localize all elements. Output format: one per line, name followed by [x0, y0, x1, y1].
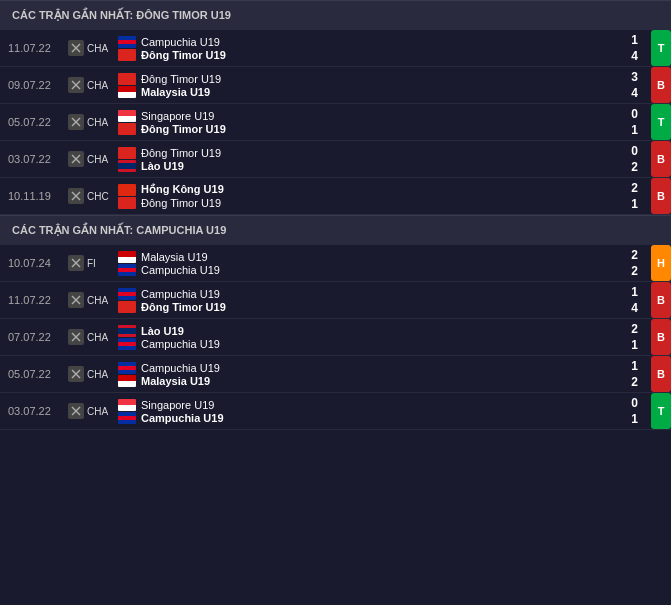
- team-name: Đông Timor U19: [141, 301, 226, 313]
- match-row[interactable]: 11.07.22CHACampuchia U19Đông Timor U1914…: [0, 30, 671, 67]
- match-date: 09.07.22: [8, 79, 68, 91]
- match-row[interactable]: 11.07.22CHACampuchia U19Đông Timor U1914…: [0, 282, 671, 319]
- match-left: 05.07.22CHASingapore U19Đông Timor U19: [0, 104, 631, 140]
- score-value: 4: [631, 86, 638, 100]
- match-row[interactable]: 09.07.22CHAĐông Timor U19Malaysia U1934B: [0, 67, 671, 104]
- flag-my: [118, 86, 136, 98]
- match-row[interactable]: 07.07.22CHALào U19Campuchia U1921B: [0, 319, 671, 356]
- team-name: Campuchia U19: [141, 264, 220, 276]
- teams-column: Hồng Kông U19Đông Timor U19: [118, 183, 623, 209]
- flag-kh: [118, 36, 136, 48]
- flag-tl: [118, 197, 136, 209]
- app-container: CÁC TRẬN GẦN NHẤT: ĐÔNG TIMOR U1911.07.2…: [0, 0, 671, 430]
- score-value: 1: [631, 33, 638, 47]
- competition-icon: [68, 329, 84, 345]
- match-competition: FI: [68, 255, 118, 271]
- flag-kh: [118, 338, 136, 350]
- match-date: 05.07.22: [8, 368, 68, 380]
- match-scores: 01: [631, 393, 643, 429]
- match-left: 10.07.24FIMalaysia U19Campuchia U19: [0, 245, 631, 281]
- team-row: Lào U19: [118, 160, 623, 172]
- team-row: Campuchia U19: [118, 362, 623, 374]
- match-competition: CHA: [68, 366, 118, 382]
- match-left: 10.11.19CHCHồng Kông U19Đông Timor U19: [0, 178, 631, 214]
- score-value: 2: [631, 322, 638, 336]
- score-value: 1: [631, 285, 638, 299]
- flag-tl: [118, 147, 136, 159]
- team-row: Campuchia U19: [118, 36, 623, 48]
- score-value: 2: [631, 160, 638, 174]
- match-competition: CHA: [68, 292, 118, 308]
- teams-column: Campuchia U19Đông Timor U19: [118, 36, 623, 61]
- teams-column: Đông Timor U19Malaysia U19: [118, 73, 623, 98]
- flag-kh: [118, 412, 136, 424]
- teams-column: Singapore U19Campuchia U19: [118, 399, 623, 424]
- match-scores: 02: [631, 141, 643, 177]
- section-header-0: CÁC TRẬN GẦN NHẤT: ĐÔNG TIMOR U19: [0, 0, 671, 30]
- competition-icon: [68, 366, 84, 382]
- score-value: 4: [631, 49, 638, 63]
- match-scores: 34: [631, 67, 643, 103]
- team-row: Đông Timor U19: [118, 123, 623, 135]
- result-badge: B: [651, 67, 671, 103]
- competition-label: CHA: [87, 154, 108, 165]
- match-date: 10.07.24: [8, 257, 68, 269]
- flag-la: [118, 325, 136, 337]
- match-left: 09.07.22CHAĐông Timor U19Malaysia U19: [0, 67, 631, 103]
- result-badge: B: [651, 356, 671, 392]
- match-competition: CHA: [68, 403, 118, 419]
- score-value: 2: [631, 375, 638, 389]
- competition-icon: [68, 40, 84, 56]
- competition-label: CHC: [87, 191, 109, 202]
- score-value: 2: [631, 181, 638, 195]
- team-name: Lào U19: [141, 160, 184, 172]
- competition-icon: [68, 255, 84, 271]
- score-value: 2: [631, 264, 638, 278]
- team-row: Malaysia U19: [118, 251, 623, 263]
- team-name: Đông Timor U19: [141, 123, 226, 135]
- team-name: Đông Timor U19: [141, 147, 221, 159]
- flag-sg: [118, 399, 136, 411]
- team-name: Đông Timor U19: [141, 49, 226, 61]
- score-value: 1: [631, 197, 638, 211]
- team-name: Malaysia U19: [141, 251, 208, 263]
- result-badge: H: [651, 245, 671, 281]
- team-name: Hồng Kông U19: [141, 183, 224, 196]
- teams-column: Campuchia U19Malaysia U19: [118, 362, 623, 387]
- match-date: 03.07.22: [8, 405, 68, 417]
- match-row[interactable]: 05.07.22CHACampuchia U19Malaysia U1912B: [0, 356, 671, 393]
- team-name: Campuchia U19: [141, 412, 224, 424]
- match-date: 07.07.22: [8, 331, 68, 343]
- match-row[interactable]: 10.07.24FIMalaysia U19Campuchia U1922H: [0, 245, 671, 282]
- competition-label: CHA: [87, 332, 108, 343]
- match-left: 03.07.22CHAĐông Timor U19Lào U19: [0, 141, 631, 177]
- result-badge: T: [651, 104, 671, 140]
- team-name: Singapore U19: [141, 399, 214, 411]
- match-row[interactable]: 03.07.22CHASingapore U19Campuchia U1901T: [0, 393, 671, 430]
- score-value: 1: [631, 123, 638, 137]
- flag-la: [118, 160, 136, 172]
- match-left: 11.07.22CHACampuchia U19Đông Timor U19: [0, 30, 631, 66]
- competition-label: CHA: [87, 117, 108, 128]
- match-row[interactable]: 03.07.22CHAĐông Timor U19Lào U1902B: [0, 141, 671, 178]
- score-value: 4: [631, 301, 638, 315]
- match-row[interactable]: 05.07.22CHASingapore U19Đông Timor U1901…: [0, 104, 671, 141]
- team-name: Malaysia U19: [141, 375, 210, 387]
- result-badge: B: [651, 178, 671, 214]
- match-row[interactable]: 10.11.19CHCHồng Kông U19Đông Timor U1921…: [0, 178, 671, 215]
- match-date: 10.11.19: [8, 190, 68, 202]
- teams-column: Lào U19Campuchia U19: [118, 325, 623, 350]
- match-competition: CHA: [68, 77, 118, 93]
- score-value: 0: [631, 107, 638, 121]
- match-date: 03.07.22: [8, 153, 68, 165]
- result-badge: B: [651, 141, 671, 177]
- team-row: Campuchia U19: [118, 338, 623, 350]
- result-badge: B: [651, 282, 671, 318]
- score-value: 1: [631, 412, 638, 426]
- team-row: Malaysia U19: [118, 375, 623, 387]
- team-name: Lào U19: [141, 325, 184, 337]
- team-row: Đông Timor U19: [118, 49, 623, 61]
- flag-my: [118, 251, 136, 263]
- match-scores: 14: [631, 30, 643, 66]
- flag-sg: [118, 110, 136, 122]
